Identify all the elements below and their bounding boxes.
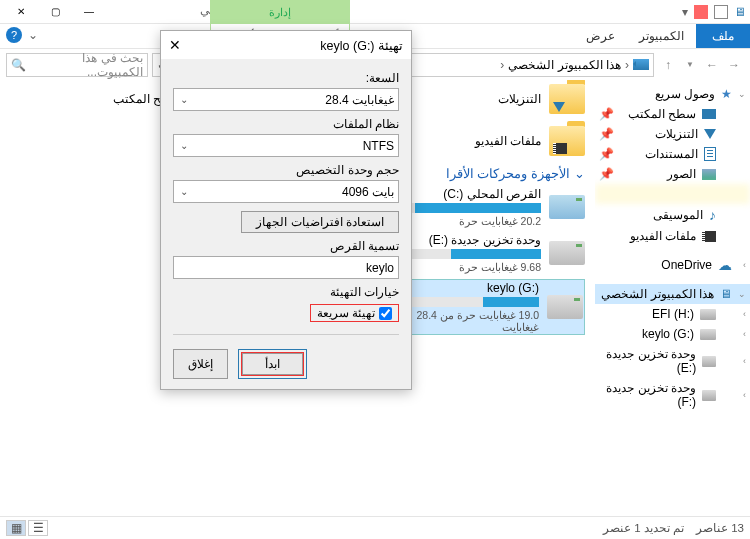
options-label: خيارات التهيئة	[173, 285, 399, 299]
folder-downloads[interactable]: التنزيلات	[435, 84, 585, 114]
sidebar-item-newvolF[interactable]: ›وحدة تخزين جديدة (:F)	[595, 378, 750, 412]
alloc-label: حجم وحدة التخصيص	[173, 163, 399, 177]
folder-videos[interactable]: ملفات الفيديو	[435, 126, 585, 156]
dialog-title: تهيئة (:keylo (G	[320, 38, 403, 53]
status-count: 13 عناصر	[696, 521, 744, 535]
quick-format-label: تهيئة سريعة	[317, 306, 375, 320]
ribbon-tab-file[interactable]: ملف	[696, 24, 750, 48]
qat-btn-2[interactable]	[694, 5, 708, 19]
sidebar-item-videos[interactable]: ملفات الفيديو	[595, 226, 750, 246]
sidebar-item-onedrive[interactable]: ›☁OneDrive	[595, 254, 750, 276]
fs-select[interactable]: ⌄NTFS	[173, 134, 399, 157]
qat-btn-1[interactable]	[714, 5, 728, 19]
maximize-button[interactable]: ▢	[38, 1, 72, 23]
nav-back-icon[interactable]: →	[724, 55, 744, 75]
ribbon-tab-computer[interactable]: الكمبيوتر	[627, 24, 696, 48]
fs-label: نظام الملفات	[173, 117, 399, 131]
sidebar-item-documents[interactable]: المستندات📌	[595, 144, 750, 164]
view-large-icon[interactable]: ▦	[6, 520, 26, 536]
dialog-close-icon[interactable]: ✕	[169, 37, 181, 53]
start-button-highlight: ابدأ	[238, 349, 307, 379]
restore-defaults-button[interactable]: استعادة افتراضيات الجهاز	[241, 211, 399, 233]
sidebar-item-blurred[interactable]	[595, 184, 750, 204]
alloc-select[interactable]: ⌄4096 بايت	[173, 180, 399, 203]
sidebar-item-downloads[interactable]: التنزيلات📌	[595, 124, 750, 144]
nav-forward-icon[interactable]: ←	[702, 55, 722, 75]
nav-up-icon[interactable]: ↑	[658, 55, 678, 75]
format-dialog: تهيئة (:keylo (G ✕ السعة: ⌄28.4 غيغابايت…	[160, 30, 412, 390]
pc-icon	[633, 59, 649, 70]
close-button[interactable]: ✕	[4, 1, 38, 23]
quick-format-checkbox[interactable]	[379, 307, 392, 320]
close-dialog-button[interactable]: إغلاق	[173, 349, 228, 379]
nav-recent-icon[interactable]: ▼	[680, 55, 700, 75]
sidebar-item-pictures[interactable]: الصور📌	[595, 164, 750, 184]
minimize-button[interactable]: —	[72, 1, 106, 23]
capacity-select[interactable]: ⌄28.4 غيغابايت	[173, 88, 399, 111]
search-placeholder: بحث في هذا الكمبيوت...	[30, 51, 143, 79]
statusbar: 13 عناصر تم تحديد 1 عنصر ☰ ▦	[0, 516, 750, 539]
search-input[interactable]: بحث في هذا الكمبيوت... 🔍	[6, 53, 148, 77]
help-icon[interactable]: ?	[6, 27, 22, 43]
quick-format-highlight: تهيئة سريعة	[310, 304, 399, 322]
breadcrumb-text: هذا الكمبيوتر الشخصي	[508, 58, 621, 72]
view-details-icon[interactable]: ☰	[28, 520, 48, 536]
sidebar-item-quickaccess[interactable]: ⌄★وصول سريع	[595, 84, 750, 104]
start-button[interactable]: ابدأ	[242, 353, 303, 375]
window-titlebar: 🖥 ▾ هذا الكمبيوتر الشخصي — ▢ ✕	[0, 0, 750, 24]
sidebar-item-thispc[interactable]: ⌄🖥هذا الكمبيوتر الشخصي	[595, 284, 750, 304]
volume-label: تسمية القرص	[173, 239, 399, 253]
qat-overflow[interactable]: ▾	[682, 5, 688, 19]
ribbon-expand-icon[interactable]: ⌄	[28, 28, 38, 42]
search-icon: 🔍	[11, 58, 26, 72]
ribbon-tab-view[interactable]: عرض	[574, 24, 627, 48]
app-icon: 🖥	[734, 5, 746, 19]
sidebar-item-music[interactable]: ♪الموسيقى	[595, 204, 750, 226]
status-selected: تم تحديد 1 عنصر	[603, 521, 684, 535]
volume-input[interactable]: keylo	[173, 256, 399, 279]
sidebar-item-keylo[interactable]: ›keylo (G:)	[595, 324, 750, 344]
sidebar-item-desktop[interactable]: سطح المكتب📌	[595, 104, 750, 124]
nav-sidebar: ⌄★وصول سريع سطح المكتب📌 التنزيلات📌 المست…	[595, 80, 750, 516]
capacity-label: السعة:	[173, 71, 399, 85]
sidebar-item-efi[interactable]: ›EFI (H:)	[595, 304, 750, 324]
sidebar-item-newvolE[interactable]: ›وحدة تخزين جديدة (:E)	[595, 344, 750, 378]
ribbon-context-label: إدارة	[210, 0, 350, 24]
